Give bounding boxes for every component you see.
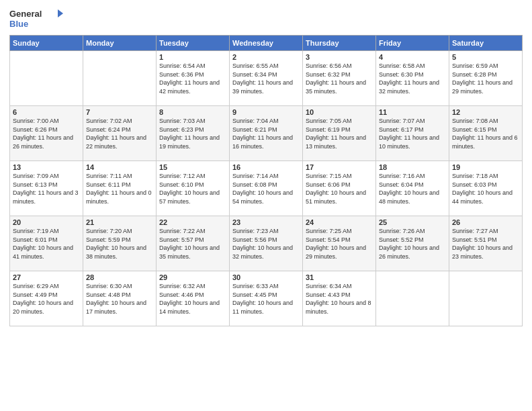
day-info: Sunrise: 7:03 AM Sunset: 6:23 PM Dayligh… xyxy=(159,117,226,150)
calendar-cell: 24Sunrise: 7:25 AM Sunset: 5:54 PM Dayli… xyxy=(303,216,376,271)
calendar-cell: 13Sunrise: 7:09 AM Sunset: 6:13 PM Dayli… xyxy=(10,161,83,216)
calendar-cell: 2Sunrise: 6:55 AM Sunset: 6:34 PM Daylig… xyxy=(230,51,303,106)
calendar-cell: 29Sunrise: 6:32 AM Sunset: 4:46 PM Dayli… xyxy=(157,271,230,326)
calendar-cell: 28Sunrise: 6:30 AM Sunset: 4:48 PM Dayli… xyxy=(83,271,157,326)
day-number: 11 xyxy=(379,108,446,116)
day-number: 30 xyxy=(232,273,300,281)
calendar-cell: 22Sunrise: 7:22 AM Sunset: 5:57 PM Dayli… xyxy=(157,216,230,271)
svg-text:General: General xyxy=(9,9,42,19)
day-info: Sunrise: 6:55 AM Sunset: 6:34 PM Dayligh… xyxy=(232,62,300,95)
day-info: Sunrise: 7:26 AM Sunset: 5:52 PM Dayligh… xyxy=(379,227,446,261)
calendar-cell: 21Sunrise: 7:20 AM Sunset: 5:59 PM Dayli… xyxy=(83,216,157,271)
day-number: 6 xyxy=(13,108,80,116)
day-info: Sunrise: 7:22 AM Sunset: 5:57 PM Dayligh… xyxy=(159,227,226,261)
day-info: Sunrise: 7:08 AM Sunset: 6:15 PM Dayligh… xyxy=(452,117,519,150)
day-number: 14 xyxy=(86,163,153,171)
day-info: Sunrise: 7:20 AM Sunset: 5:59 PM Dayligh… xyxy=(86,227,153,261)
day-info: Sunrise: 7:18 AM Sunset: 6:03 PM Dayligh… xyxy=(452,172,519,205)
day-info: Sunrise: 7:02 AM Sunset: 6:24 PM Dayligh… xyxy=(86,117,153,150)
day-number: 5 xyxy=(452,53,519,61)
calendar-cell: 25Sunrise: 7:26 AM Sunset: 5:52 PM Dayli… xyxy=(376,216,449,271)
calendar-cell: 12Sunrise: 7:08 AM Sunset: 6:15 PM Dayli… xyxy=(449,106,523,161)
day-number: 29 xyxy=(159,273,226,281)
calendar-week-4: 20Sunrise: 7:19 AM Sunset: 6:01 PM Dayli… xyxy=(10,216,523,271)
day-info: Sunrise: 7:25 AM Sunset: 5:54 PM Dayligh… xyxy=(306,227,373,261)
page: General Blue SundayMondayTuesdayWednesda… xyxy=(0,0,532,411)
logo: General Blue xyxy=(9,7,63,31)
weekday-header-sunday: Sunday xyxy=(10,36,83,51)
calendar-header-row: SundayMondayTuesdayWednesdayThursdayFrid… xyxy=(10,36,523,51)
calendar-cell: 8Sunrise: 7:03 AM Sunset: 6:23 PM Daylig… xyxy=(157,106,230,161)
day-info: Sunrise: 7:05 AM Sunset: 6:19 PM Dayligh… xyxy=(306,117,373,150)
calendar-table: SundayMondayTuesdayWednesdayThursdayFrid… xyxy=(9,35,523,326)
calendar-cell: 27Sunrise: 6:29 AM Sunset: 4:49 PM Dayli… xyxy=(10,271,83,326)
calendar-cell: 5Sunrise: 6:59 AM Sunset: 6:28 PM Daylig… xyxy=(449,51,523,106)
weekday-header-saturday: Saturday xyxy=(449,36,523,51)
calendar-cell: 18Sunrise: 7:16 AM Sunset: 6:04 PM Dayli… xyxy=(376,161,449,216)
day-number: 15 xyxy=(159,163,226,171)
day-number: 20 xyxy=(13,218,80,226)
calendar-cell xyxy=(376,271,449,326)
day-info: Sunrise: 6:29 AM Sunset: 4:49 PM Dayligh… xyxy=(13,282,80,316)
day-number: 24 xyxy=(306,218,373,226)
calendar-cell: 26Sunrise: 7:27 AM Sunset: 5:51 PM Dayli… xyxy=(449,216,523,271)
day-number: 28 xyxy=(86,273,153,281)
day-number: 19 xyxy=(452,163,519,171)
weekday-header-thursday: Thursday xyxy=(303,36,376,51)
weekday-header-monday: Monday xyxy=(83,36,157,51)
day-number: 3 xyxy=(306,53,373,61)
day-info: Sunrise: 6:32 AM Sunset: 4:46 PM Dayligh… xyxy=(159,282,226,316)
day-info: Sunrise: 7:15 AM Sunset: 6:06 PM Dayligh… xyxy=(306,172,373,205)
calendar-cell: 23Sunrise: 7:23 AM Sunset: 5:56 PM Dayli… xyxy=(230,216,303,271)
calendar-week-3: 13Sunrise: 7:09 AM Sunset: 6:13 PM Dayli… xyxy=(10,161,523,216)
day-info: Sunrise: 7:09 AM Sunset: 6:13 PM Dayligh… xyxy=(13,172,80,205)
weekday-header-wednesday: Wednesday xyxy=(230,36,303,51)
header: General Blue xyxy=(9,7,523,31)
svg-marker-2 xyxy=(58,9,63,17)
day-info: Sunrise: 7:27 AM Sunset: 5:51 PM Dayligh… xyxy=(452,227,519,261)
day-info: Sunrise: 7:23 AM Sunset: 5:56 PM Dayligh… xyxy=(232,227,300,261)
day-info: Sunrise: 7:07 AM Sunset: 6:17 PM Dayligh… xyxy=(379,117,446,150)
calendar-cell: 3Sunrise: 6:56 AM Sunset: 6:32 PM Daylig… xyxy=(303,51,376,106)
day-info: Sunrise: 7:11 AM Sunset: 6:11 PM Dayligh… xyxy=(86,172,153,205)
svg-text:Blue: Blue xyxy=(9,19,28,29)
logo-svg: General Blue xyxy=(9,7,63,31)
calendar-week-5: 27Sunrise: 6:29 AM Sunset: 4:49 PM Dayli… xyxy=(10,271,523,326)
day-info: Sunrise: 7:04 AM Sunset: 6:21 PM Dayligh… xyxy=(232,117,300,150)
day-number: 26 xyxy=(452,218,519,226)
day-number: 8 xyxy=(159,108,226,116)
day-number: 27 xyxy=(13,273,80,281)
calendar-week-2: 6Sunrise: 7:00 AM Sunset: 6:26 PM Daylig… xyxy=(10,106,523,161)
calendar-cell: 7Sunrise: 7:02 AM Sunset: 6:24 PM Daylig… xyxy=(83,106,157,161)
calendar-cell: 30Sunrise: 6:33 AM Sunset: 4:45 PM Dayli… xyxy=(230,271,303,326)
day-number: 18 xyxy=(379,163,446,171)
day-number: 4 xyxy=(379,53,446,61)
weekday-header-friday: Friday xyxy=(376,36,449,51)
calendar-cell: 17Sunrise: 7:15 AM Sunset: 6:06 PM Dayli… xyxy=(303,161,376,216)
calendar-cell: 20Sunrise: 7:19 AM Sunset: 6:01 PM Dayli… xyxy=(10,216,83,271)
day-info: Sunrise: 6:58 AM Sunset: 6:30 PM Dayligh… xyxy=(379,62,446,95)
calendar-cell xyxy=(10,51,83,106)
calendar-week-1: 1Sunrise: 6:54 AM Sunset: 6:36 PM Daylig… xyxy=(10,51,523,106)
day-number: 23 xyxy=(232,218,300,226)
calendar-cell: 9Sunrise: 7:04 AM Sunset: 6:21 PM Daylig… xyxy=(230,106,303,161)
calendar-cell xyxy=(449,271,523,326)
calendar-cell: 6Sunrise: 7:00 AM Sunset: 6:26 PM Daylig… xyxy=(10,106,83,161)
day-number: 1 xyxy=(159,53,226,61)
day-info: Sunrise: 7:16 AM Sunset: 6:04 PM Dayligh… xyxy=(379,172,446,205)
day-number: 16 xyxy=(232,163,300,171)
day-info: Sunrise: 6:54 AM Sunset: 6:36 PM Dayligh… xyxy=(159,62,226,95)
calendar-cell: 15Sunrise: 7:12 AM Sunset: 6:10 PM Dayli… xyxy=(157,161,230,216)
day-info: Sunrise: 7:00 AM Sunset: 6:26 PM Dayligh… xyxy=(13,117,80,150)
calendar-cell: 10Sunrise: 7:05 AM Sunset: 6:19 PM Dayli… xyxy=(303,106,376,161)
day-info: Sunrise: 7:14 AM Sunset: 6:08 PM Dayligh… xyxy=(232,172,300,205)
day-number: 9 xyxy=(232,108,300,116)
calendar-cell: 14Sunrise: 7:11 AM Sunset: 6:11 PM Dayli… xyxy=(83,161,157,216)
day-info: Sunrise: 7:12 AM Sunset: 6:10 PM Dayligh… xyxy=(159,172,226,205)
day-number: 25 xyxy=(379,218,446,226)
weekday-header-tuesday: Tuesday xyxy=(157,36,230,51)
day-number: 13 xyxy=(13,163,80,171)
day-number: 31 xyxy=(306,273,373,281)
day-info: Sunrise: 6:59 AM Sunset: 6:28 PM Dayligh… xyxy=(452,62,519,95)
day-info: Sunrise: 7:19 AM Sunset: 6:01 PM Dayligh… xyxy=(13,227,80,261)
